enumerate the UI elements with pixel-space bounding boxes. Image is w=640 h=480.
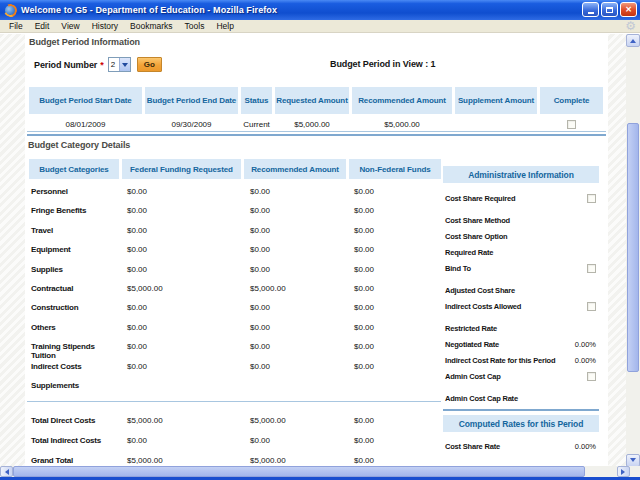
- admin-row: Cost Share Method: [443, 213, 599, 228]
- menu-history[interactable]: History: [86, 20, 124, 32]
- admin-row: Cost Share Required: [443, 191, 599, 206]
- recommended-amount-value: [241, 381, 346, 397]
- table-row: Contractual $5,000.00 $5,000.00 $0.00: [29, 281, 441, 300]
- recommended-amount-value: $0.00: [241, 226, 346, 242]
- federal-funding-value: $0.00: [119, 206, 241, 222]
- horizontal-scrollbar[interactable]: [0, 466, 631, 477]
- category-label: Grand Total: [29, 456, 119, 466]
- admin-row: Indirect Costs Allowed: [443, 299, 599, 314]
- federal-funding-value: $0.00: [119, 187, 241, 203]
- recommended-amount-value: $0.00: [241, 436, 346, 452]
- admin-checkbox[interactable]: [587, 372, 596, 381]
- admin-row: Indirect Cost Rate for this Period 0.00%: [443, 353, 599, 368]
- category-label: Supplies: [29, 265, 119, 281]
- table-row: Others $0.00 $0.00 $0.00: [29, 320, 441, 339]
- admin-field-value: 0.00%: [575, 356, 596, 365]
- scroll-right-button[interactable]: [617, 466, 630, 477]
- category-label: Supplements: [29, 381, 119, 397]
- firefox-icon: [4, 4, 17, 17]
- recommended-amount-value: $0.00: [241, 206, 346, 222]
- non-federal-funds-value: $0.00: [346, 265, 438, 281]
- scroll-up-button[interactable]: [626, 34, 640, 47]
- admin-field-label: Admin Cost Cap Rate: [445, 394, 518, 403]
- non-federal-funds-value: $0.00: [346, 206, 438, 222]
- recommended-amount-value: $0.00: [241, 245, 346, 261]
- non-federal-funds-value: $0.00: [346, 303, 438, 319]
- budget-category-table: Budget Categories Federal Funding Reques…: [29, 159, 441, 397]
- table-row: Personnel $0.00 $0.00 $0.00: [29, 184, 441, 203]
- column-header: Complete: [540, 87, 603, 114]
- period-number-select[interactable]: 2: [108, 57, 131, 72]
- budget-period-table: Budget Period Start Date Budget Period E…: [29, 87, 607, 135]
- admin-checkbox[interactable]: [587, 302, 596, 311]
- maximize-button[interactable]: [601, 2, 618, 17]
- firefox-window: Welcome to G5 - Department of Education …: [0, 0, 640, 480]
- period-number-value: 2: [109, 58, 119, 71]
- chevron-down-icon[interactable]: [119, 58, 130, 71]
- scrollbar-corner: [631, 466, 640, 477]
- admin-field-label: Cost Share Rate: [445, 442, 500, 451]
- menu-help[interactable]: Help: [210, 20, 239, 32]
- admin-checkbox[interactable]: [587, 194, 596, 203]
- arrow-left-icon: [2, 469, 9, 475]
- admin-row: Negotiated Rate 0.00%: [443, 337, 599, 352]
- table-row: Grand Total $5,000.00 $5,000.00 $0.00: [29, 452, 441, 466]
- table-row: Supplements: [29, 378, 441, 397]
- vertical-scrollbar-thumb[interactable]: [627, 123, 639, 372]
- minimize-button[interactable]: [582, 2, 599, 17]
- category-table-body: Personnel $0.00 $0.00 $0.00 Fringe Benef…: [29, 184, 441, 397]
- gear-icon: ⚙: [625, 19, 636, 33]
- table-row: Equipment $0.00 $0.00 $0.00: [29, 242, 441, 261]
- category-label: Total Direct Costs: [29, 416, 119, 432]
- vertical-scrollbar[interactable]: [626, 34, 640, 467]
- scroll-left-button[interactable]: [0, 466, 13, 477]
- category-label: Training Stipends Tuition: [29, 342, 119, 358]
- admin-field-label: Required Rate: [445, 248, 493, 257]
- computed-rates-heading: Computed Rates for this Period: [443, 415, 599, 432]
- totals-divider: [27, 401, 441, 402]
- non-federal-funds-value: $0.00: [346, 436, 438, 452]
- federal-funding-value: $5,000.00: [119, 416, 241, 432]
- menu-view[interactable]: View: [55, 20, 85, 32]
- close-button[interactable]: ✕: [620, 2, 637, 17]
- window-title: Welcome to G5 - Department of Education …: [21, 5, 277, 15]
- administrative-information-heading: Administrative Information: [443, 166, 599, 183]
- budget-period-in-view: Budget Period in View : 1: [330, 59, 435, 69]
- menu-edit[interactable]: Edit: [29, 20, 56, 32]
- federal-funding-value: $0.00: [119, 226, 241, 242]
- menu-tools[interactable]: Tools: [179, 20, 211, 32]
- admin-field-label: Restricted Rate: [445, 324, 497, 333]
- category-table-totals: Total Direct Costs $5,000.00 $5,000.00 $…: [29, 412, 441, 466]
- minimize-icon: [588, 12, 594, 14]
- titlebar: Welcome to G5 - Department of Education …: [0, 0, 640, 20]
- non-federal-funds-value: $0.00: [346, 226, 438, 242]
- admin-checkbox[interactable]: [587, 264, 596, 273]
- non-federal-funds-value: $0.00: [346, 187, 438, 203]
- arrow-down-icon: [630, 458, 636, 465]
- menu-file[interactable]: File: [3, 20, 29, 32]
- administrative-information-panel: Administrative Information Cost Share Re…: [443, 166, 599, 455]
- federal-funding-value: [119, 381, 241, 397]
- column-header: Status: [241, 87, 272, 114]
- menu-bookmarks[interactable]: Bookmarks: [124, 20, 179, 32]
- federal-funding-value: $0.00: [119, 265, 241, 281]
- admin-field-value: 0.00%: [575, 340, 596, 349]
- horizontal-scrollbar-thumb[interactable]: [13, 466, 585, 477]
- table-row: Indirect Costs $0.00 $0.00 $0.00: [29, 359, 441, 378]
- admin-field-label: Cost Share Method: [445, 216, 510, 225]
- federal-funding-value: $0.00: [119, 245, 241, 261]
- window-controls: ✕: [582, 2, 637, 17]
- complete-checkbox[interactable]: [567, 120, 576, 129]
- budget-period-information-heading: Budget Period Information: [29, 37, 140, 47]
- maximize-icon: [606, 7, 613, 13]
- column-header: Recommended Amount: [352, 87, 452, 114]
- section-divider: [27, 131, 606, 136]
- table-row: Fringe Benefits $0.00 $0.00 $0.00: [29, 203, 441, 222]
- recommended-amount-value: $5,000.00: [241, 456, 346, 466]
- federal-funding-value: $5,000.00: [119, 456, 241, 466]
- go-button[interactable]: Go: [137, 57, 162, 72]
- non-federal-funds-value: $0.00: [346, 323, 438, 339]
- category-label: Indirect Costs: [29, 362, 119, 378]
- category-label: Personnel: [29, 187, 119, 203]
- budget-category-details-heading: Budget Category Details: [28, 140, 130, 150]
